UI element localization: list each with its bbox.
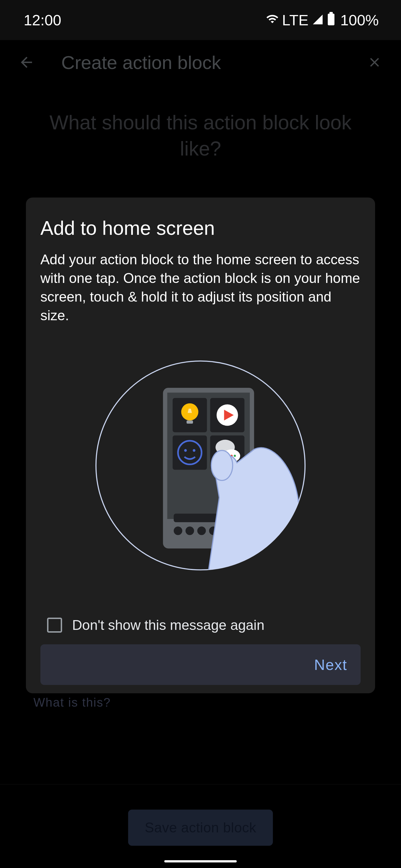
dialog-actions: Next [40,644,361,685]
dialog-illustration [40,358,361,572]
dialog-title: Add to home screen [40,217,361,239]
close-button[interactable] [365,53,384,72]
save-action-block-button[interactable]: Save action block [128,810,273,846]
back-button[interactable] [17,53,36,72]
svg-point-21 [234,455,236,457]
wifi-icon [266,11,279,29]
what-is-this-link[interactable]: What is this? [33,695,111,709]
dont-show-again-checkbox[interactable] [47,618,62,633]
network-label: LTE [282,11,309,29]
add-to-home-screen-dialog: Add to home screen Add your action block… [26,197,375,693]
page-title: What should this action block look like? [0,85,401,162]
battery-percent: 100% [340,11,379,29]
svg-point-16 [193,449,196,452]
svg-point-24 [185,526,194,535]
battery-icon [327,11,335,29]
app-header: Create action block [0,40,401,85]
divider [0,784,401,784]
svg-rect-11 [187,421,193,424]
dont-show-again-label: Don't show this message again [72,617,264,633]
status-time: 12:00 [24,11,61,29]
svg-point-23 [174,526,182,535]
dont-show-again-row[interactable]: Don't show this message again [47,617,361,633]
svg-point-15 [184,449,187,452]
svg-rect-0 [328,13,335,25]
status-right: LTE 100% [266,11,379,29]
status-bar: 12:00 LTE 100% [0,0,401,40]
nav-indicator [164,860,237,862]
next-button[interactable]: Next [314,656,347,673]
svg-point-27 [211,451,233,480]
dialog-body: Add your action block to the home screen… [40,250,361,325]
page-header-title: Create action block [61,52,340,73]
svg-point-25 [197,526,206,535]
svg-rect-1 [330,12,333,14]
bottom-bar: Save action block [0,796,401,846]
signal-icon [312,11,323,29]
